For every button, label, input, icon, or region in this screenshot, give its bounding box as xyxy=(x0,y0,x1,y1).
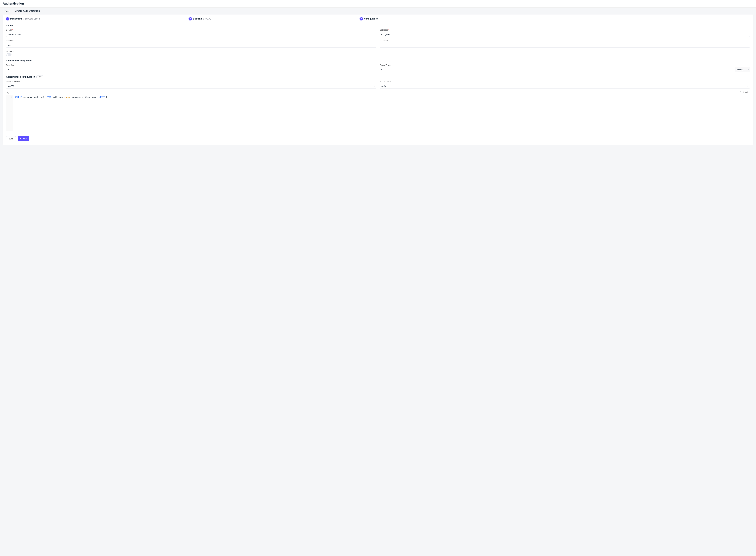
salt-position-label: Salt Position xyxy=(380,80,750,83)
page-title: Authentication xyxy=(3,2,753,5)
check-icon xyxy=(360,17,363,20)
password-hash-select[interactable] xyxy=(6,84,376,89)
tls-toggle[interactable] xyxy=(6,54,11,56)
query-timeout-unit-value xyxy=(735,67,750,72)
step-title: Mechanism xyxy=(10,18,22,20)
subpage-title: Create Authentication xyxy=(15,10,40,12)
section-heading-connect: Connect xyxy=(6,24,750,27)
query-timeout-unit-select[interactable] xyxy=(735,67,750,72)
step-backend[interactable]: Backend (MySQL) xyxy=(189,17,212,20)
field-username: Username xyxy=(6,39,376,47)
back-link-label: Back xyxy=(5,10,9,12)
salt-position-value xyxy=(380,84,750,89)
check-icon xyxy=(6,17,9,20)
field-pool-size: Pool Size xyxy=(6,64,376,72)
password-label: Password xyxy=(380,39,750,42)
field-password: Password xyxy=(380,39,750,47)
field-password-hash: Password Hash xyxy=(6,80,376,89)
auth-cfg-heading-text: Authentication configuration xyxy=(6,76,35,78)
back-link[interactable]: Back xyxy=(3,10,12,12)
create-button[interactable]: Create xyxy=(18,136,29,141)
help-button[interactable]: Help xyxy=(36,75,43,78)
step-title: Configuration xyxy=(364,18,378,20)
password-hash-label: Password Hash xyxy=(6,80,376,83)
step-mechanism[interactable]: Mechanism (Password-Based) xyxy=(6,17,40,20)
connect-form: Server* Database* Username Password Enab… xyxy=(6,29,750,56)
sql-code[interactable]: SELECT password_hash, salt FROM mqtt_use… xyxy=(13,95,750,131)
auth-cfg-form: Password Hash Salt Position xyxy=(6,80,750,89)
section-heading-conn-cfg: Connection Configuration xyxy=(6,60,750,62)
section-heading-auth-cfg: Authentication configuration Help xyxy=(6,75,750,78)
field-query-timeout: Query Timeout xyxy=(380,64,750,72)
server-label: Server* xyxy=(6,29,376,31)
password-hash-value xyxy=(6,84,376,89)
username-label: Username xyxy=(6,39,376,42)
pool-size-label: Pool Size xyxy=(6,64,376,66)
pool-size-input[interactable] xyxy=(6,67,376,72)
chevron-left-icon xyxy=(2,10,4,12)
check-icon xyxy=(189,17,192,20)
step-subtitle: (MySQL) xyxy=(203,18,212,20)
field-enable-tls: Enable TLS xyxy=(6,50,750,56)
set-default-button[interactable]: Set default xyxy=(738,91,750,94)
step-subtitle: (Password-Based) xyxy=(23,18,40,20)
footer-buttons: Back Create xyxy=(6,136,750,141)
line-gutter: 1 xyxy=(6,95,13,131)
sql-label: SQL* xyxy=(6,91,11,94)
username-input[interactable] xyxy=(6,43,376,47)
field-database: Database* xyxy=(380,29,750,37)
database-label: Database* xyxy=(380,29,750,31)
config-card: Mechanism (Password-Based) Backend (MySQ… xyxy=(3,14,753,145)
page-header: Authentication xyxy=(0,0,756,7)
step-configuration[interactable]: Configuration xyxy=(360,17,378,20)
query-timeout-input[interactable] xyxy=(380,67,735,72)
database-input[interactable] xyxy=(380,32,750,37)
field-server: Server* xyxy=(6,29,376,37)
sql-editor[interactable]: 1 SELECT password_hash, salt FROM mqtt_u… xyxy=(6,95,750,131)
conn-cfg-form: Pool Size Query Timeout xyxy=(6,64,750,72)
sql-header: SQL* Set default xyxy=(6,91,750,94)
field-salt-position: Salt Position xyxy=(380,80,750,89)
back-button[interactable]: Back xyxy=(6,136,16,141)
content-area: Back Create Authentication Mechanism (Pa… xyxy=(0,7,756,556)
password-input[interactable] xyxy=(380,43,750,47)
query-timeout-label: Query Timeout xyxy=(380,64,750,66)
salt-position-select[interactable] xyxy=(380,84,750,89)
step-indicator: Mechanism (Password-Based) Backend (MySQ… xyxy=(6,17,378,20)
server-input[interactable] xyxy=(6,32,376,37)
step-title: Backend xyxy=(193,18,202,20)
tls-label: Enable TLS xyxy=(6,50,750,53)
breadcrumb: Back Create Authentication xyxy=(0,7,756,14)
